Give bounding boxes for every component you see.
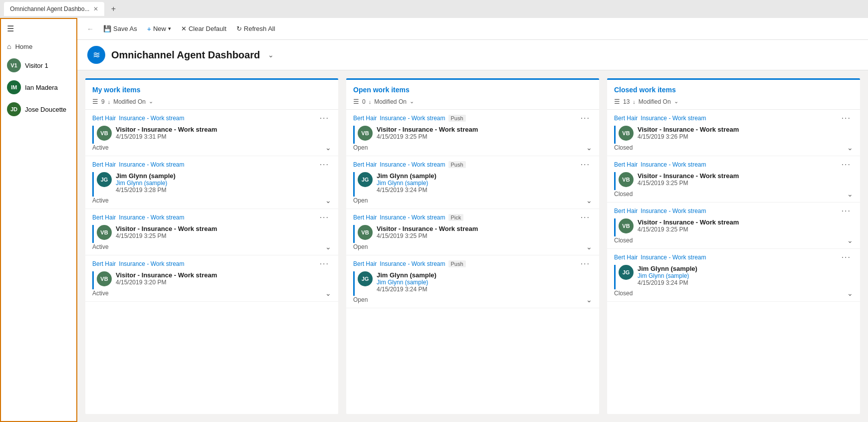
work-item-card[interactable]: Bert Hair Insurance - Work stream ··· VB… (85, 209, 338, 255)
sidebar-item-home[interactable]: ⌂ Home (1, 38, 76, 54)
item-avatar: VB (619, 218, 634, 233)
expand-button[interactable]: ⌄ (847, 190, 853, 198)
home-icon: ⌂ (7, 42, 11, 50)
save-as-button[interactable]: 💾 Save As (99, 23, 141, 34)
more-options-button[interactable]: ··· (579, 160, 592, 169)
sort-dropdown-icon[interactable]: ⌄ (674, 98, 678, 105)
more-options-button[interactable]: ··· (318, 213, 331, 222)
item-avatar: VB (97, 271, 112, 286)
sort-dropdown-icon[interactable]: ⌄ (410, 98, 414, 105)
work-item-card[interactable]: Bert Hair Insurance - Work stream Push ·… (346, 110, 599, 156)
sidebar-item-jose-doucette[interactable]: JD Jose Doucette (1, 98, 76, 120)
item-title: Jim Glynn (sample) (377, 172, 592, 180)
main-content: ← 💾 Save As + New ▾ ✕ Clear Default ↻ Re… (77, 18, 868, 422)
sort-arrow-icon: ↓ (369, 99, 372, 105)
menu-icon[interactable]: ☰ (1, 19, 76, 38)
app-layout: ☰ ⌂ Home V1 Visitor 1 IM Ian Madera JD J… (0, 18, 868, 422)
item-avatar: VB (619, 172, 634, 187)
more-options-button[interactable]: ··· (840, 207, 853, 215)
item-count: 13 (623, 98, 630, 105)
more-options-button[interactable]: ··· (579, 259, 592, 268)
work-item-footer: Active ⌄ (92, 144, 331, 152)
tab-close-icon[interactable]: ✕ (93, 5, 98, 12)
new-icon: + (147, 25, 151, 33)
work-item-card[interactable]: Bert Hair Insurance - Work stream Push ·… (346, 156, 599, 209)
expand-button[interactable]: ⌄ (325, 243, 331, 251)
expand-button[interactable]: ⌄ (847, 289, 853, 297)
expand-button[interactable]: ⌄ (586, 243, 592, 251)
work-item-header: Bert Hair Insurance - Work stream ··· (92, 259, 331, 268)
expand-button[interactable]: ⌄ (586, 296, 592, 304)
more-options-button[interactable]: ··· (840, 114, 853, 123)
expand-button[interactable]: ⌄ (847, 236, 853, 244)
new-dropdown-icon[interactable]: ▾ (168, 25, 171, 32)
save-as-label: Save As (113, 25, 137, 32)
item-title: Visitor - Insurance - Work stream (377, 225, 592, 232)
column-items: Bert Hair Insurance - Work stream Push ·… (346, 110, 599, 414)
work-item-card[interactable]: Bert Hair Insurance - Work stream ··· VB… (607, 156, 860, 203)
work-item-header: Bert Hair Insurance - Work stream Push ·… (353, 259, 592, 268)
column-items: Bert Hair Insurance - Work stream ··· VB… (85, 110, 338, 414)
column-header: Closed work items ☰ 13 ↓ Modified On ⌄ (607, 80, 860, 110)
work-item-footer: Active ⌄ (92, 197, 331, 205)
work-item-card[interactable]: Bert Hair Insurance - Work stream ··· JG… (85, 156, 338, 209)
back-button[interactable]: ← (83, 22, 97, 36)
work-item-card[interactable]: Bert Hair Insurance - Work stream ··· VB… (607, 110, 860, 156)
work-item-card[interactable]: Bert Hair Insurance - Work stream ··· VB… (85, 110, 338, 156)
page-icon: ≋ (87, 46, 105, 64)
more-options-button[interactable]: ··· (318, 160, 331, 169)
item-date: 4/15/2019 3:25 PM (638, 226, 853, 233)
item-info: Visitor - Insurance - Work stream 4/15/2… (638, 172, 853, 187)
new-tab-button[interactable]: + (106, 2, 120, 16)
column-title: Closed work items (614, 86, 853, 94)
item-date: 4/15/2019 3:24 PM (377, 187, 592, 194)
more-options-button[interactable]: ··· (840, 160, 853, 169)
status-badge: Open (353, 197, 368, 204)
work-item-body: JG Jim Glynn (sample) Jim Glynn (sample)… (619, 265, 853, 286)
stream-tag: Insurance - Work stream (380, 260, 445, 267)
item-avatar: VB (97, 126, 112, 141)
clear-default-button[interactable]: ✕ Clear Default (177, 23, 230, 34)
work-item-tags: Bert Hair Insurance - Work stream (614, 115, 706, 122)
expand-button[interactable]: ⌄ (586, 197, 592, 205)
work-item-card[interactable]: Bert Hair Insurance - Work stream ··· VB… (85, 255, 338, 302)
sort-arrow-icon: ↓ (108, 99, 111, 105)
item-title: Visitor - Insurance - Work stream (377, 126, 592, 133)
expand-button[interactable]: ⌄ (325, 197, 331, 205)
item-date: 4/15/2019 3:24 PM (377, 286, 592, 293)
tab-label: Omnichannel Agent Dashbo... (10, 5, 89, 12)
work-item-card[interactable]: Bert Hair Insurance - Work stream ··· VB… (607, 203, 860, 249)
item-date: 4/15/2019 3:25 PM (638, 180, 853, 187)
expand-button[interactable]: ⌄ (325, 144, 331, 152)
work-item-card[interactable]: Bert Hair Insurance - Work stream ··· JG… (607, 249, 860, 302)
refresh-icon: ↻ (236, 25, 242, 32)
agent-tag: Bert Hair (92, 214, 116, 221)
mode-tag: Pick (448, 214, 464, 221)
expand-button[interactable]: ⌄ (586, 144, 592, 152)
browser-tab[interactable]: Omnichannel Agent Dashbo... ✕ (4, 2, 104, 16)
page-title-dropdown[interactable]: ⌄ (268, 51, 274, 59)
work-item-body: VB Visitor - Insurance - Work stream 4/1… (97, 225, 331, 240)
stream-tag: Insurance - Work stream (119, 161, 184, 168)
more-options-button[interactable]: ··· (579, 114, 592, 123)
new-button[interactable]: + New ▾ (143, 23, 175, 35)
column-header: Open work items ☰ 0 ↓ Modified On ⌄ (346, 80, 599, 110)
expand-button[interactable]: ⌄ (325, 289, 331, 297)
stream-tag: Insurance - Work stream (380, 214, 445, 221)
sort-dropdown-icon[interactable]: ⌄ (149, 98, 153, 105)
item-avatar: VB (97, 225, 112, 240)
work-item-card[interactable]: Bert Hair Insurance - Work stream Pick ·… (346, 209, 599, 255)
more-options-button[interactable]: ··· (318, 114, 331, 123)
sort-label: Modified On (639, 98, 671, 105)
list-icon: ☰ (92, 98, 98, 105)
expand-button[interactable]: ⌄ (847, 144, 853, 152)
more-options-button[interactable]: ··· (318, 259, 331, 268)
item-avatar: VB (358, 126, 373, 141)
work-item-card[interactable]: Bert Hair Insurance - Work stream Push ·… (346, 255, 599, 308)
sidebar-item-ian-madera[interactable]: IM Ian Madera (1, 76, 76, 98)
sidebar-item-visitor-1[interactable]: V1 Visitor 1 (1, 54, 76, 76)
more-options-button[interactable]: ··· (840, 253, 853, 262)
more-options-button[interactable]: ··· (579, 213, 592, 222)
work-item-body: VB Visitor - Insurance - Work stream 4/1… (619, 126, 853, 141)
refresh-all-button[interactable]: ↻ Refresh All (232, 23, 279, 34)
